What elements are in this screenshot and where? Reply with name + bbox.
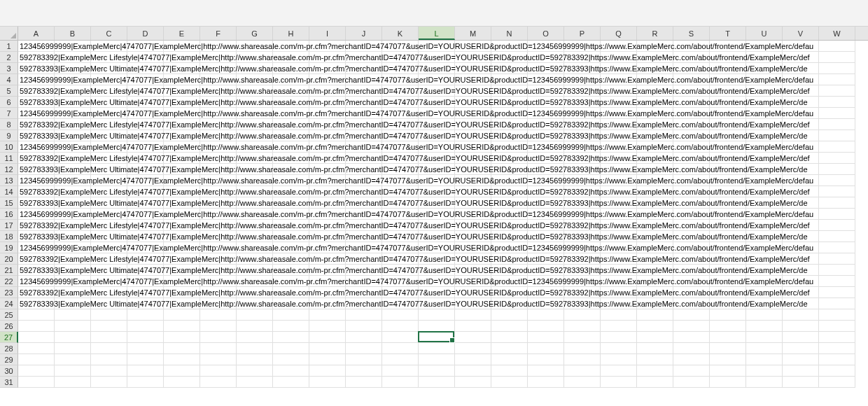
cell[interactable] xyxy=(127,287,164,298)
cell[interactable] xyxy=(346,276,382,287)
cell[interactable] xyxy=(127,377,164,388)
cell[interactable] xyxy=(127,332,164,343)
cell[interactable] xyxy=(309,141,346,153)
cell[interactable] xyxy=(819,141,855,153)
cell[interactable] xyxy=(382,108,419,119)
cell[interactable] xyxy=(564,74,601,85)
cell[interactable] xyxy=(200,74,237,85)
cell[interactable] xyxy=(309,97,346,108)
cell[interactable] xyxy=(455,153,491,164)
column-header-L[interactable]: L xyxy=(419,27,455,40)
cell[interactable] xyxy=(746,287,783,298)
cell[interactable] xyxy=(601,276,637,287)
cell[interactable] xyxy=(18,85,55,97)
cell[interactable] xyxy=(564,354,601,365)
cell[interactable] xyxy=(637,377,673,388)
cell[interactable] xyxy=(164,365,200,377)
cell[interactable] xyxy=(455,41,491,52)
cell[interactable] xyxy=(637,130,673,141)
cell[interactable] xyxy=(273,141,309,153)
cell[interactable] xyxy=(55,52,91,63)
cell[interactable] xyxy=(164,354,200,365)
cell[interactable] xyxy=(528,63,564,74)
cell[interactable] xyxy=(637,153,673,164)
cell[interactable] xyxy=(528,41,564,52)
cell[interactable] xyxy=(601,164,637,175)
cell[interactable] xyxy=(200,298,237,309)
cell[interactable] xyxy=(273,164,309,175)
cell[interactable] xyxy=(164,119,200,130)
cell[interactable] xyxy=(637,85,673,97)
cell[interactable] xyxy=(419,220,455,231)
cell[interactable] xyxy=(200,287,237,298)
cell[interactable] xyxy=(91,287,127,298)
cell[interactable] xyxy=(601,287,637,298)
cell[interactable] xyxy=(419,253,455,265)
cell[interactable] xyxy=(346,253,382,265)
row-header-22[interactable]: 22 xyxy=(0,276,18,287)
cell[interactable] xyxy=(18,52,55,63)
cell[interactable] xyxy=(528,354,564,365)
cell[interactable] xyxy=(419,141,455,153)
cell[interactable] xyxy=(237,164,273,175)
cell[interactable] xyxy=(746,365,783,377)
cell[interactable] xyxy=(346,209,382,220)
cell[interactable] xyxy=(127,130,164,141)
cell[interactable] xyxy=(673,186,710,197)
cell[interactable] xyxy=(91,197,127,209)
cell[interactable] xyxy=(746,242,783,253)
cell[interactable] xyxy=(564,141,601,153)
column-header-U[interactable]: U xyxy=(746,27,783,40)
cell[interactable] xyxy=(200,175,237,186)
cell[interactable] xyxy=(18,63,55,74)
cell[interactable] xyxy=(200,321,237,332)
cell[interactable] xyxy=(819,175,855,186)
cell[interactable] xyxy=(273,220,309,231)
cell[interactable] xyxy=(309,287,346,298)
cell[interactable] xyxy=(382,242,419,253)
cell[interactable] xyxy=(601,377,637,388)
cell[interactable] xyxy=(673,220,710,231)
cell[interactable] xyxy=(783,265,819,276)
cell[interactable] xyxy=(819,298,855,309)
cell[interactable] xyxy=(346,41,382,52)
cell[interactable] xyxy=(746,141,783,153)
cell[interactable] xyxy=(55,175,91,186)
cell[interactable] xyxy=(346,365,382,377)
cell[interactable] xyxy=(164,41,200,52)
cell[interactable] xyxy=(127,354,164,365)
cell[interactable] xyxy=(382,265,419,276)
cells-layer[interactable]: 123456999999|ExampleMerc|4747077|Example… xyxy=(18,41,868,52)
cell[interactable] xyxy=(783,141,819,153)
cell[interactable] xyxy=(455,332,491,343)
cell[interactable] xyxy=(528,97,564,108)
cell[interactable] xyxy=(346,130,382,141)
cell[interactable] xyxy=(564,175,601,186)
row-header-26[interactable]: 26 xyxy=(0,321,18,332)
cell[interactable] xyxy=(273,321,309,332)
cell[interactable] xyxy=(18,220,55,231)
cell[interactable] xyxy=(18,321,55,332)
cell[interactable] xyxy=(200,276,237,287)
cell[interactable] xyxy=(710,52,746,63)
cell[interactable] xyxy=(455,231,491,242)
cells-layer[interactable] xyxy=(18,343,868,354)
cell[interactable] xyxy=(419,209,455,220)
cell[interactable] xyxy=(746,153,783,164)
cell[interactable] xyxy=(273,108,309,119)
cell[interactable] xyxy=(637,242,673,253)
cell[interactable] xyxy=(382,153,419,164)
cell[interactable] xyxy=(637,287,673,298)
cell[interactable] xyxy=(419,242,455,253)
cell[interactable] xyxy=(127,153,164,164)
cell[interactable] xyxy=(637,343,673,354)
cell[interactable] xyxy=(164,97,200,108)
cell[interactable] xyxy=(164,164,200,175)
cell[interactable] xyxy=(746,108,783,119)
cell[interactable] xyxy=(455,175,491,186)
row-header-16[interactable]: 16 xyxy=(0,209,18,220)
cell[interactable] xyxy=(491,265,528,276)
cell[interactable] xyxy=(491,209,528,220)
cell[interactable] xyxy=(309,186,346,197)
cell[interactable] xyxy=(673,276,710,287)
